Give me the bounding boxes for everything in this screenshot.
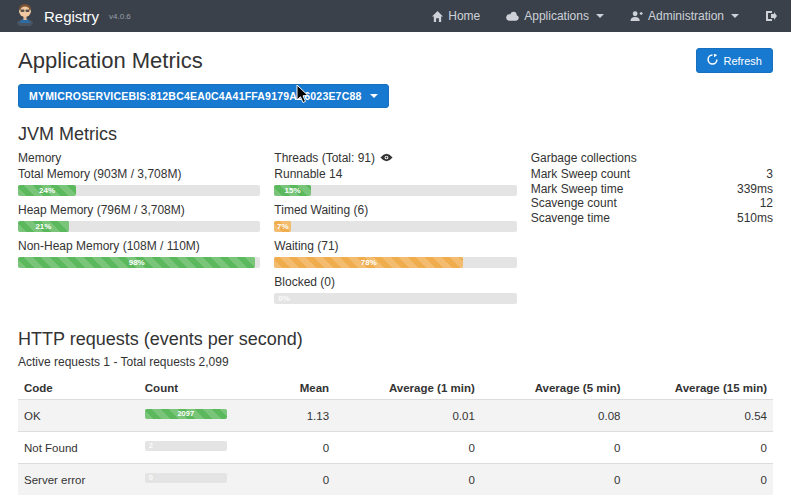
threads-title: Threads (Total: 91) <box>274 151 375 165</box>
user-plus-icon <box>630 11 643 22</box>
blocked-progress-bar: 0% <box>274 293 516 304</box>
timed-waiting-progress-bar: 7% <box>274 221 516 232</box>
refresh-button[interactable]: Refresh <box>696 48 773 73</box>
brand-link[interactable]: Registry v4.0.6 <box>14 2 131 30</box>
heap-memory-label: Heap Memory (796M / 3,708M) <box>18 203 260 217</box>
nav-applications[interactable]: Applications <box>506 9 604 23</box>
memory-title: Memory <box>18 151 260 165</box>
nav-menu: Home Applications Administration <box>432 9 777 23</box>
blocked-label: Blocked (0) <box>274 275 516 289</box>
brand-title: Registry <box>44 8 99 25</box>
refresh-icon <box>707 54 718 67</box>
table-row: OK 2097 1.13 0.01 0.08 0.54 <box>18 400 773 432</box>
gc-row: Mark Sweep count 3 <box>531 167 773 182</box>
gc-row: Scavenge time 510ms <box>531 211 773 226</box>
brand-version: v4.0.6 <box>109 12 131 21</box>
gc-value: 510ms <box>737 211 773 226</box>
nav-administration[interactable]: Administration <box>630 9 739 23</box>
non-heap-memory-label: Non-Heap Memory (108M / 110M) <box>18 239 260 253</box>
gc-value: 339ms <box>737 182 773 197</box>
gc-value: 3 <box>766 167 773 182</box>
gc-row: Mark Sweep time 339ms <box>531 182 773 197</box>
sign-out-icon <box>765 10 777 22</box>
home-icon <box>432 11 443 22</box>
jvm-metrics-title: JVM Metrics <box>18 124 773 145</box>
chevron-down-icon <box>370 94 378 98</box>
eye-icon[interactable] <box>380 151 393 165</box>
heap-memory-progress-bar: 21% <box>18 221 260 232</box>
runnable-label: Runnable 14 <box>274 167 516 181</box>
chevron-down-icon <box>731 14 739 18</box>
http-requests-table: Code Count Mean Average (1 min) Average … <box>18 377 773 495</box>
registry-avatar-logo <box>14 2 36 30</box>
http-table-header-row: Code Count Mean Average (1 min) Average … <box>18 377 773 400</box>
gc-title: Garbage collections <box>531 151 773 165</box>
nav-home[interactable]: Home <box>432 9 480 23</box>
gc-row: Scavenge count 12 <box>531 196 773 211</box>
count-progress-bar: 0 <box>145 473 227 483</box>
http-requests-title: HTTP requests (events per second) <box>18 329 773 350</box>
non-heap-memory-progress-bar: 98% <box>18 257 260 268</box>
garbage-collections-column: Garbage collections Mark Sweep count 3 M… <box>531 151 773 311</box>
gc-value: 12 <box>760 196 773 211</box>
total-memory-label: Total Memory (903M / 3,708M) <box>18 167 260 181</box>
count-progress-bar: 2 <box>145 441 227 451</box>
threads-column: Threads (Total: 91) Runnable 14 15% Time… <box>274 151 516 311</box>
instance-selector-dropdown[interactable]: MYMICROSERVICEBIS:812BC4EA0C4A41FFA9179A… <box>18 84 389 108</box>
page-title: Application Metrics <box>18 48 203 74</box>
navbar: Registry v4.0.6 Home Applications Admini <box>0 0 791 32</box>
memory-column: Memory Total Memory (903M / 3,708M) 24% … <box>18 151 260 311</box>
cloud-icon <box>506 11 519 21</box>
waiting-label: Waiting (71) <box>274 239 516 253</box>
chevron-down-icon <box>596 14 604 18</box>
http-requests-subtitle: Active requests 1 - Total requests 2,099 <box>18 355 773 369</box>
total-memory-progress-bar: 24% <box>18 185 260 196</box>
table-row: Not Found 2 0 0 0 0 <box>18 432 773 464</box>
table-row: Server error 0 0 0 0 0 <box>18 464 773 496</box>
count-progress-bar: 2097 <box>145 409 227 419</box>
waiting-progress-bar: 78% <box>274 257 516 268</box>
runnable-progress-bar: 15% <box>274 185 516 196</box>
timed-waiting-label: Timed Waiting (6) <box>274 203 516 217</box>
main-content: Application Metrics Refresh MYMICROSERVI… <box>0 32 791 500</box>
nav-logout[interactable] <box>765 10 777 22</box>
